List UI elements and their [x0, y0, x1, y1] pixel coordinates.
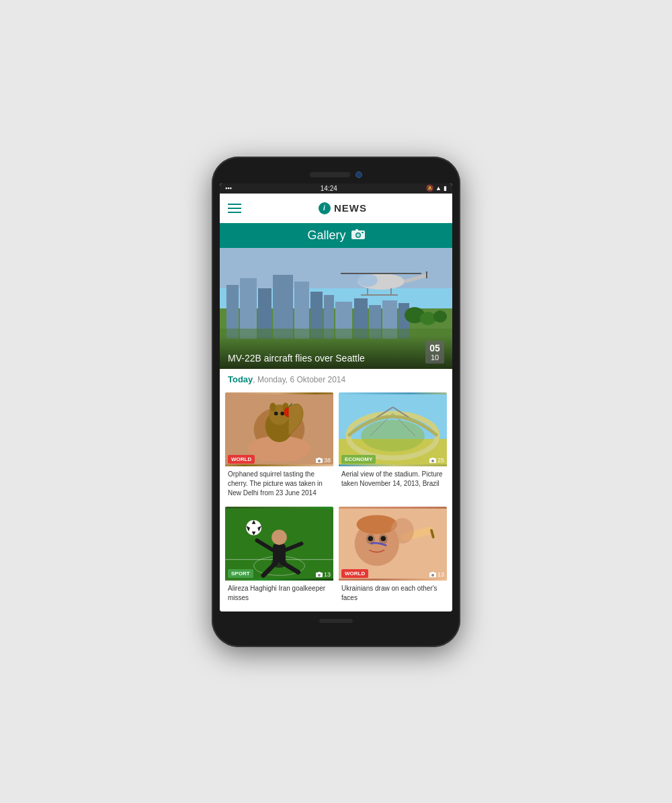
phone-camera	[355, 171, 362, 178]
card-text-soccer: Alireza Haghighi Iran goalkeeper misses	[225, 581, 333, 606]
svg-point-71	[318, 574, 321, 577]
svg-point-38	[269, 403, 276, 411]
svg-point-65	[271, 530, 287, 545]
phone-screen: ▪▪▪ 14:24 🔕 ▲ ▮ i NEWS	[220, 183, 452, 611]
svg-point-24	[358, 273, 378, 287]
hamburger-line-1	[228, 204, 241, 205]
svg-rect-56	[431, 458, 434, 459]
news-card-squirrel[interactable]: WORLD 38 Orphaned squirrel tasting the c…	[225, 392, 333, 501]
card-text-stadium: Aerial view of the stadium. Picture take…	[339, 466, 447, 492]
card-text-ukraine: Ukrainians draw on each other's faces	[339, 581, 447, 606]
svg-rect-83	[431, 572, 434, 573]
svg-point-81	[391, 518, 414, 544]
news-grid: WORLD 38 Orphaned squirrel tasting the c…	[220, 392, 452, 611]
mute-icon: 🔕	[426, 185, 433, 192]
today-highlight: Today	[228, 374, 253, 384]
svg-point-57	[431, 460, 434, 462]
svg-point-77	[381, 536, 386, 541]
photo-count-2: 25	[429, 457, 444, 464]
svg-point-21	[420, 312, 436, 325]
wifi-icon: ▲	[435, 185, 442, 192]
home-button[interactable]	[319, 619, 353, 623]
phone-device: ▪▪▪ 14:24 🔕 ▲ ▮ i NEWS	[212, 157, 460, 647]
svg-point-2	[356, 234, 360, 237]
status-bar: ▪▪▪ 14:24 🔕 ▲ ▮	[220, 183, 452, 194]
today-label: Today, Monday, 6 Oktober 2014	[228, 374, 444, 384]
svg-rect-62	[273, 544, 286, 562]
phone-top-bar	[220, 169, 452, 183]
hero-caption-text: MV-22B aircraft flies over Seattle	[228, 353, 365, 364]
card-tag-economy: ECONOMY	[341, 455, 376, 464]
svg-rect-3	[355, 229, 358, 231]
signal-icon: ▪▪▪	[225, 185, 232, 192]
phone-speaker	[310, 172, 350, 177]
hamburger-line-2	[228, 208, 241, 209]
card-tag-sport: SPORT	[228, 569, 253, 578]
card-image-stadium: ECONOMY 25	[339, 392, 447, 466]
gallery-title: Gallery	[307, 228, 345, 243]
top-nav: i NEWS	[220, 194, 452, 223]
svg-rect-4	[362, 232, 364, 233]
nav-logo: i	[319, 202, 331, 214]
svg-point-84	[431, 574, 434, 577]
svg-point-76	[368, 536, 374, 541]
svg-rect-70	[318, 572, 321, 573]
news-card-ukraine[interactable]: WORLD 13 Ukrainians draw on each other's…	[339, 507, 447, 606]
svg-point-46	[318, 460, 321, 462]
svg-point-40	[274, 411, 278, 415]
phone-bottom-bar	[220, 616, 452, 626]
nav-title-container: i NEWS	[241, 202, 444, 214]
news-card-stadium[interactable]: ECONOMY 25 Aerial view of the stadium. P…	[339, 392, 447, 501]
camera-icon	[351, 228, 365, 242]
photo-count-3: 13	[316, 571, 331, 578]
hero-image-container[interactable]: MV-22B aircraft flies over Seattle 05 10	[220, 248, 452, 369]
card-tag-world-1: WORLD	[228, 455, 255, 464]
nav-title-text: NEWS	[334, 202, 367, 214]
status-right-icons: 🔕 ▲ ▮	[426, 185, 447, 192]
card-image-soccer: SPORT 13	[225, 507, 333, 581]
status-time: 14:24	[321, 185, 337, 192]
svg-point-50	[361, 419, 425, 451]
card-tag-world-2: WORLD	[341, 569, 368, 578]
hamburger-line-3	[228, 212, 241, 213]
battery-icon: ▮	[444, 185, 447, 192]
news-card-soccer[interactable]: SPORT 13 Alireza Haghighi Iran goalkeepe…	[225, 507, 333, 606]
hero-caption: MV-22B aircraft flies over Seattle 05 10	[220, 335, 452, 369]
card-image-squirrel: WORLD 38	[225, 392, 333, 466]
svg-point-22	[433, 310, 447, 323]
svg-rect-45	[318, 458, 321, 459]
photo-count-1: 38	[316, 457, 331, 464]
card-image-ukraine: WORLD 13	[339, 507, 447, 581]
hero-date-badge: 05 10	[425, 341, 444, 364]
today-section: Today, Monday, 6 Oktober 2014	[220, 369, 452, 392]
photo-count-4: 13	[429, 571, 444, 578]
card-text-squirrel: Orphaned squirrel tasting the cherry. Th…	[225, 466, 333, 501]
svg-rect-35	[260, 441, 298, 460]
status-left-icons: ▪▪▪	[225, 185, 232, 192]
hamburger-menu[interactable]	[228, 204, 241, 213]
gallery-header: Gallery	[220, 223, 452, 248]
today-date: , Monday, 6 Oktober 2014	[253, 375, 345, 384]
